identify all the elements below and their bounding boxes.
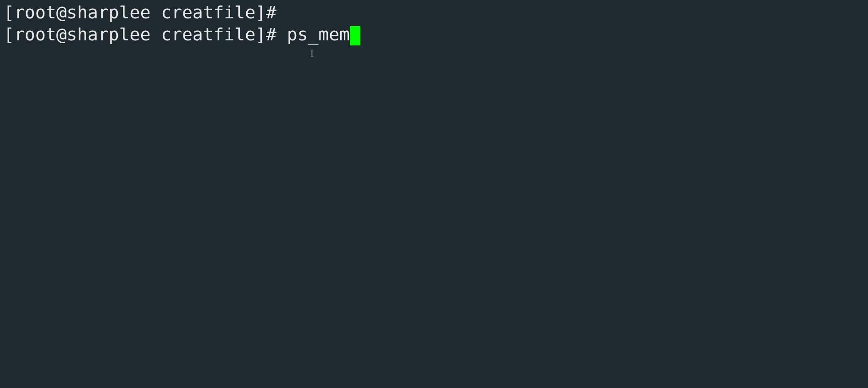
prompt-2: [root@sharplee creatfile]#: [4, 24, 276, 44]
command-2: ps_mem: [276, 24, 350, 44]
terminal-line-2[interactable]: [root@sharplee creatfile]# ps_mem: [4, 24, 864, 46]
terminal-line-1: [root@sharplee creatfile]#: [4, 2, 864, 24]
mouse-text-cursor-icon: I: [310, 49, 314, 59]
terminal-cursor: [350, 26, 360, 45]
prompt-1: [root@sharplee creatfile]#: [4, 2, 276, 22]
